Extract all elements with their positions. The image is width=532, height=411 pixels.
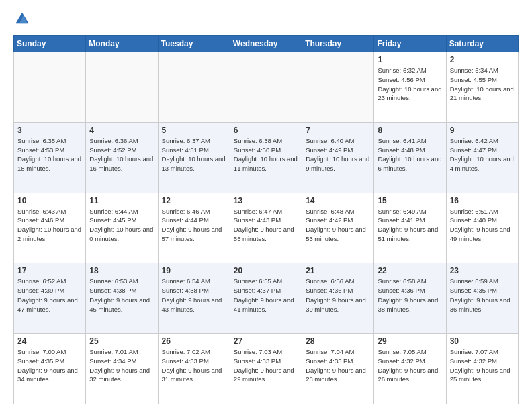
day-info: Sunrise: 6:54 AM Sunset: 4:38 PM Dayligh… [162, 277, 226, 314]
calendar-cell [86, 52, 158, 123]
calendar-cell: 9Sunrise: 6:42 AM Sunset: 4:47 PM Daylig… [446, 122, 518, 193]
calendar-cell: 20Sunrise: 6:55 AM Sunset: 4:37 PM Dayli… [230, 263, 302, 334]
day-number: 17 [17, 266, 82, 275]
day-number: 28 [306, 336, 370, 346]
calendar-header-row: SundayMondayTuesdayWednesdayThursdayFrid… [14, 36, 519, 52]
day-info: Sunrise: 6:59 AM Sunset: 4:35 PM Dayligh… [450, 277, 515, 314]
calendar-cell: 23Sunrise: 6:59 AM Sunset: 4:35 PM Dayli… [446, 263, 518, 334]
day-info: Sunrise: 6:44 AM Sunset: 4:45 PM Dayligh… [89, 207, 154, 244]
day-info: Sunrise: 6:42 AM Sunset: 4:47 PM Dayligh… [450, 136, 515, 173]
day-number: 11 [89, 196, 154, 205]
day-number: 4 [89, 126, 154, 135]
day-info: Sunrise: 6:36 AM Sunset: 4:52 PM Dayligh… [89, 136, 154, 173]
calendar-cell: 22Sunrise: 6:58 AM Sunset: 4:36 PM Dayli… [374, 263, 446, 334]
calendar-cell: 26Sunrise: 7:02 AM Sunset: 4:33 PM Dayli… [158, 334, 230, 404]
day-info: Sunrise: 6:55 AM Sunset: 4:37 PM Dayligh… [234, 277, 298, 314]
calendar-cell: 3Sunrise: 6:35 AM Sunset: 4:53 PM Daylig… [14, 122, 86, 193]
column-header-thursday: Thursday [302, 36, 374, 52]
day-info: Sunrise: 6:37 AM Sunset: 4:51 PM Dayligh… [162, 136, 226, 173]
column-header-saturday: Saturday [446, 36, 518, 52]
day-number: 30 [450, 336, 515, 346]
day-number: 18 [89, 266, 154, 275]
day-info: Sunrise: 6:52 AM Sunset: 4:39 PM Dayligh… [17, 277, 82, 314]
day-info: Sunrise: 6:51 AM Sunset: 4:40 PM Dayligh… [450, 207, 515, 244]
day-info: Sunrise: 7:00 AM Sunset: 4:35 PM Dayligh… [17, 347, 82, 384]
day-info: Sunrise: 6:53 AM Sunset: 4:38 PM Dayligh… [89, 277, 154, 314]
day-number: 3 [17, 126, 82, 135]
calendar-cell: 21Sunrise: 6:56 AM Sunset: 4:36 PM Dayli… [302, 263, 374, 334]
calendar-cell: 10Sunrise: 6:43 AM Sunset: 4:46 PM Dayli… [14, 193, 86, 263]
calendar-cell: 30Sunrise: 7:07 AM Sunset: 4:32 PM Dayli… [446, 334, 518, 404]
calendar-week-5: 24Sunrise: 7:00 AM Sunset: 4:35 PM Dayli… [14, 334, 519, 404]
calendar-cell: 12Sunrise: 6:46 AM Sunset: 4:44 PM Dayli… [158, 193, 230, 263]
calendar-cell: 11Sunrise: 6:44 AM Sunset: 4:45 PM Dayli… [86, 193, 158, 263]
calendar-cell: 7Sunrise: 6:40 AM Sunset: 4:49 PM Daylig… [302, 122, 374, 193]
day-info: Sunrise: 7:02 AM Sunset: 4:33 PM Dayligh… [162, 347, 226, 384]
calendar-week-3: 10Sunrise: 6:43 AM Sunset: 4:46 PM Dayli… [14, 193, 519, 263]
page: SundayMondayTuesdayWednesdayThursdayFrid… [0, 0, 532, 411]
calendar-cell: 5Sunrise: 6:37 AM Sunset: 4:51 PM Daylig… [158, 122, 230, 193]
day-number: 27 [234, 336, 298, 346]
calendar-cell [302, 52, 374, 123]
day-info: Sunrise: 6:49 AM Sunset: 4:41 PM Dayligh… [378, 207, 442, 244]
calendar-cell: 29Sunrise: 7:05 AM Sunset: 4:32 PM Dayli… [374, 334, 446, 404]
calendar-cell: 28Sunrise: 7:04 AM Sunset: 4:33 PM Dayli… [302, 334, 374, 404]
day-number: 16 [450, 196, 515, 205]
day-info: Sunrise: 6:34 AM Sunset: 4:55 PM Dayligh… [450, 66, 515, 103]
calendar-cell: 27Sunrise: 7:03 AM Sunset: 4:33 PM Dayli… [230, 334, 302, 404]
day-info: Sunrise: 6:48 AM Sunset: 4:42 PM Dayligh… [306, 207, 370, 244]
day-number: 21 [306, 266, 370, 275]
day-number: 23 [450, 266, 515, 275]
calendar-cell [230, 52, 302, 123]
day-number: 19 [162, 266, 226, 275]
calendar-cell [14, 52, 86, 123]
day-info: Sunrise: 6:41 AM Sunset: 4:48 PM Dayligh… [378, 136, 442, 173]
logo-icon [15, 11, 30, 26]
day-info: Sunrise: 7:03 AM Sunset: 4:33 PM Dayligh… [234, 347, 298, 384]
calendar-cell: 18Sunrise: 6:53 AM Sunset: 4:38 PM Dayli… [86, 263, 158, 334]
day-info: Sunrise: 6:43 AM Sunset: 4:46 PM Dayligh… [17, 207, 82, 244]
column-header-tuesday: Tuesday [158, 36, 230, 52]
calendar-cell [158, 52, 230, 123]
day-info: Sunrise: 6:56 AM Sunset: 4:36 PM Dayligh… [306, 277, 370, 314]
day-number: 13 [234, 196, 298, 205]
calendar-cell: 17Sunrise: 6:52 AM Sunset: 4:39 PM Dayli… [14, 263, 86, 334]
day-number: 6 [234, 126, 298, 135]
calendar-week-1: 1Sunrise: 6:32 AM Sunset: 4:56 PM Daylig… [14, 52, 519, 123]
day-info: Sunrise: 6:32 AM Sunset: 4:56 PM Dayligh… [378, 66, 442, 103]
calendar-week-4: 17Sunrise: 6:52 AM Sunset: 4:39 PM Dayli… [14, 263, 519, 334]
logo [13, 11, 31, 28]
day-number: 7 [306, 126, 370, 135]
calendar-cell: 1Sunrise: 6:32 AM Sunset: 4:56 PM Daylig… [374, 52, 446, 123]
day-info: Sunrise: 6:40 AM Sunset: 4:49 PM Dayligh… [306, 136, 370, 173]
calendar-table: SundayMondayTuesdayWednesdayThursdayFrid… [13, 35, 519, 404]
day-info: Sunrise: 6:35 AM Sunset: 4:53 PM Dayligh… [17, 136, 82, 173]
day-number: 20 [234, 266, 298, 275]
day-info: Sunrise: 7:01 AM Sunset: 4:34 PM Dayligh… [89, 347, 154, 384]
day-info: Sunrise: 7:04 AM Sunset: 4:33 PM Dayligh… [306, 347, 370, 384]
calendar-cell: 14Sunrise: 6:48 AM Sunset: 4:42 PM Dayli… [302, 193, 374, 263]
day-info: Sunrise: 6:58 AM Sunset: 4:36 PM Dayligh… [378, 277, 442, 314]
day-number: 8 [378, 126, 442, 135]
header [13, 11, 519, 28]
day-info: Sunrise: 7:07 AM Sunset: 4:32 PM Dayligh… [450, 347, 515, 384]
day-info: Sunrise: 6:46 AM Sunset: 4:44 PM Dayligh… [162, 207, 226, 244]
calendar-cell: 15Sunrise: 6:49 AM Sunset: 4:41 PM Dayli… [374, 193, 446, 263]
day-number: 24 [17, 336, 82, 346]
day-number: 2 [450, 55, 515, 64]
day-number: 1 [378, 55, 442, 64]
day-info: Sunrise: 6:38 AM Sunset: 4:50 PM Dayligh… [234, 136, 298, 173]
calendar-cell: 2Sunrise: 6:34 AM Sunset: 4:55 PM Daylig… [446, 52, 518, 123]
day-number: 14 [306, 196, 370, 205]
day-number: 5 [162, 126, 226, 135]
column-header-friday: Friday [374, 36, 446, 52]
calendar-cell: 16Sunrise: 6:51 AM Sunset: 4:40 PM Dayli… [446, 193, 518, 263]
calendar-week-2: 3Sunrise: 6:35 AM Sunset: 4:53 PM Daylig… [14, 122, 519, 193]
calendar-cell: 24Sunrise: 7:00 AM Sunset: 4:35 PM Dayli… [14, 334, 86, 404]
calendar-cell: 13Sunrise: 6:47 AM Sunset: 4:43 PM Dayli… [230, 193, 302, 263]
calendar-cell: 4Sunrise: 6:36 AM Sunset: 4:52 PM Daylig… [86, 122, 158, 193]
calendar-cell: 6Sunrise: 6:38 AM Sunset: 4:50 PM Daylig… [230, 122, 302, 193]
column-header-wednesday: Wednesday [230, 36, 302, 52]
calendar-cell: 25Sunrise: 7:01 AM Sunset: 4:34 PM Dayli… [86, 334, 158, 404]
day-number: 15 [378, 196, 442, 205]
